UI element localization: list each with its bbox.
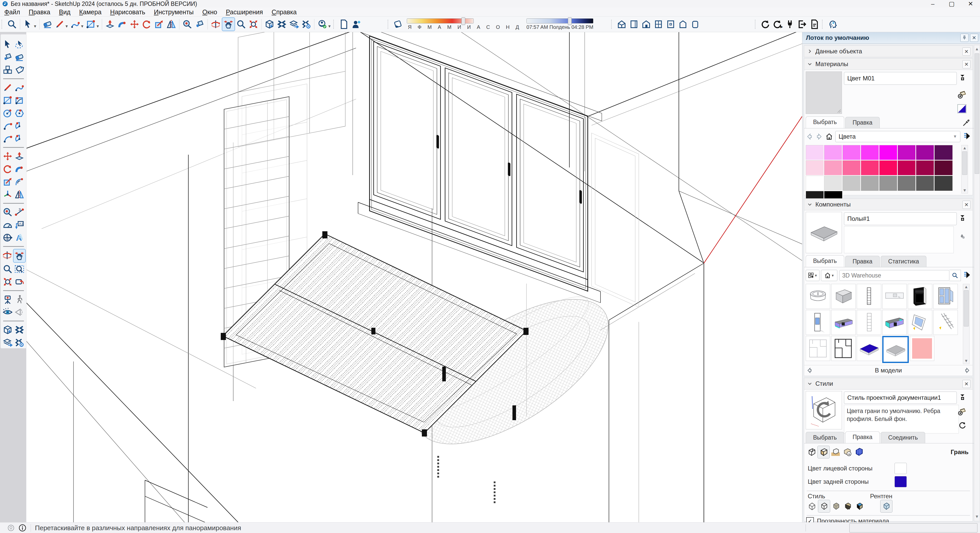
account-button[interactable] (316, 18, 328, 31)
select-dropdown-caret[interactable]: ▼ (33, 24, 37, 28)
pie-tool[interactable] (14, 132, 25, 145)
collection-dropdown[interactable]: Цвета ▼ (835, 131, 960, 142)
offset-tool[interactable] (14, 175, 25, 188)
pushpull-tool[interactable] (14, 150, 25, 162)
components-close-button[interactable]: ✕ (963, 200, 970, 209)
minimize-button[interactable]: – (923, 0, 942, 8)
component-thumb-pink-material[interactable] (910, 336, 934, 361)
color-swatch[interactable] (916, 176, 934, 191)
make-component-tool[interactable] (2, 64, 14, 76)
color-swatch[interactable] (806, 145, 824, 160)
swatch-scroll-thumb[interactable] (962, 151, 967, 175)
color-swatch[interactable] (916, 160, 934, 176)
view-iso-button[interactable] (616, 18, 628, 31)
flip-tool-button[interactable] (165, 18, 177, 31)
component-search-input[interactable] (839, 270, 950, 281)
date-slider-thumb[interactable] (461, 18, 465, 25)
move-tool[interactable] (2, 150, 14, 162)
component-thumb-skylight[interactable] (908, 310, 932, 335)
rotate-tool[interactable] (2, 162, 14, 175)
menu-window[interactable]: Окно (198, 8, 221, 16)
create-material-button[interactable] (957, 89, 967, 101)
select-tool[interactable] (2, 38, 14, 51)
style-name-input[interactable] (844, 391, 957, 404)
menu-tools[interactable]: Инструменты (150, 8, 198, 16)
component-thumb-round-sink[interactable] (806, 284, 830, 309)
shadow-time-slider[interactable]: 07:57 AM Полдень 04:28 PM (527, 18, 593, 30)
front-color-swatch[interactable] (894, 463, 907, 474)
component-thumb-blue-slab[interactable] (857, 336, 881, 361)
orbit-tool-button[interactable] (210, 18, 222, 31)
previous-view-tool[interactable] (14, 275, 25, 288)
plugin-button[interactable] (784, 18, 796, 31)
pan-tool-button[interactable] (222, 18, 235, 31)
components-tab-stats[interactable]: Статистика (881, 256, 926, 267)
field-of-view-tool[interactable] (14, 306, 25, 318)
search-tool-button[interactable] (6, 18, 18, 31)
tray-scroll-up-icon[interactable]: ▲ (974, 47, 980, 51)
component-thumb-floorplan-light[interactable] (806, 336, 830, 361)
zoom-tool-button[interactable] (235, 18, 247, 31)
toolbar-grip[interactable] (822, 20, 824, 29)
swatch-scroll-down-icon[interactable]: ▼ (962, 188, 968, 193)
line-dropdown-caret[interactable]: ▼ (65, 24, 68, 28)
shape-tool-button[interactable] (85, 18, 97, 31)
color-swatch[interactable] (897, 160, 916, 176)
orbit-tool[interactable] (1, 249, 13, 262)
rectangle-tool[interactable] (2, 94, 14, 107)
home-icon[interactable] (825, 132, 833, 141)
paint-bucket-tool[interactable] (2, 51, 14, 64)
shaded-style-button[interactable] (830, 500, 842, 512)
component-search-button[interactable] (950, 270, 961, 281)
color-swatch[interactable] (934, 160, 953, 176)
components-tab-select[interactable]: Выбрать (806, 255, 844, 267)
tag-tool[interactable] (14, 64, 25, 76)
update-style-button[interactable] (957, 419, 967, 431)
color-swatch[interactable] (824, 145, 842, 160)
extension-warehouse-tool[interactable] (14, 323, 25, 336)
rotate-tool-button[interactable] (141, 18, 153, 31)
component-scroll-down-icon[interactable]: ▼ (963, 359, 969, 363)
color-swatch[interactable] (879, 160, 897, 176)
menu-extensions[interactable]: Расширения (221, 8, 267, 16)
edge-settings-button[interactable] (806, 446, 818, 458)
line-tool-button[interactable] (54, 18, 66, 31)
styles-tab-edit[interactable]: Правка (845, 431, 880, 443)
arc-tool-button[interactable] (69, 18, 81, 31)
background-settings-button[interactable] (830, 446, 842, 458)
toolbar-grip[interactable] (333, 20, 335, 29)
styles-tab-select[interactable]: Выбрать (806, 432, 844, 443)
color-swatch[interactable] (879, 176, 897, 191)
view-right-button[interactable] (652, 18, 665, 31)
component-thumb-wall-shelf[interactable] (882, 284, 907, 309)
material-name-input[interactable] (844, 72, 957, 85)
component-scrollbar[interactable]: ▲ ▼ (963, 284, 969, 364)
materials-detail-button[interactable] (963, 132, 971, 142)
select-tool-button[interactable] (22, 18, 34, 31)
back-color-swatch[interactable] (894, 476, 907, 487)
section-plane-tool[interactable] (2, 231, 14, 244)
arc-tool[interactable] (2, 119, 14, 132)
toolbar-grip[interactable] (755, 20, 757, 29)
color-swatch[interactable] (842, 145, 861, 160)
component-thumb-ladder-frame[interactable] (933, 310, 958, 335)
close-button[interactable]: ✕ (961, 0, 980, 8)
axes-tool[interactable] (2, 188, 14, 201)
entity-info-close-button[interactable]: ✕ (963, 48, 970, 56)
model-viewport[interactable] (26, 32, 802, 522)
eraser-tool[interactable] (14, 51, 25, 64)
styles-close-button[interactable]: ✕ (963, 380, 970, 388)
materials-close-button[interactable]: ✕ (963, 60, 970, 68)
3d-text-tool[interactable] (14, 231, 25, 244)
color-swatch[interactable] (806, 191, 824, 199)
style-preview[interactable] (806, 391, 842, 430)
sample-paint-button[interactable] (962, 118, 970, 128)
swatch-scroll-up-icon[interactable]: ▲ (962, 146, 968, 150)
color-swatch[interactable] (824, 160, 842, 176)
3d-warehouse-tool[interactable] (2, 323, 14, 336)
component-thumb-kitchen-island[interactable] (831, 310, 856, 335)
flip-tool[interactable] (14, 188, 25, 201)
monochrome-style-button[interactable] (854, 500, 865, 512)
shape-dropdown-caret[interactable]: ▼ (96, 24, 100, 28)
tray-scrollbar[interactable]: ▲ ▼ (974, 45, 980, 521)
